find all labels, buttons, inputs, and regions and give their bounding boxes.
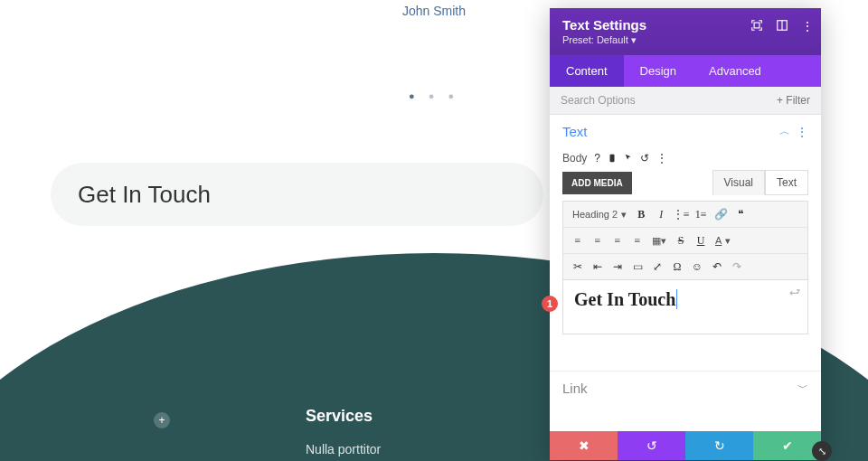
- panel-header: Text Settings Preset: Default ▾ ⋮: [550, 8, 821, 55]
- filter-button[interactable]: + Filter: [777, 94, 810, 107]
- add-media-button[interactable]: ADD MEDIA: [562, 172, 632, 194]
- indent-icon[interactable]: ⇥: [609, 258, 627, 276]
- cancel-button[interactable]: ✖: [550, 431, 618, 460]
- kebab-icon[interactable]: ⋮: [801, 19, 814, 33]
- italic-icon[interactable]: I: [652, 205, 670, 223]
- step-badge: 1: [542, 296, 558, 312]
- emoji-icon[interactable]: ☺: [688, 258, 706, 276]
- bold-icon[interactable]: B: [632, 205, 650, 223]
- panel-footer: ✖ ↺ ↻ ✔: [550, 431, 821, 460]
- align-justify-icon[interactable]: ≡: [628, 231, 646, 249]
- table-icon[interactable]: ▦▾: [648, 233, 670, 249]
- undo-icon[interactable]: ↶: [708, 258, 726, 276]
- quote-icon[interactable]: ❝: [731, 205, 750, 223]
- editor-tab-visual[interactable]: Visual: [712, 170, 765, 195]
- svg-rect-2: [610, 155, 615, 162]
- footer-services: Services Nulla porttitor Praesent sapien…: [306, 407, 438, 461]
- hr-icon[interactable]: ▭: [628, 258, 646, 276]
- underline-icon[interactable]: U: [692, 231, 710, 249]
- tab-content[interactable]: Content: [550, 55, 624, 87]
- undo-button[interactable]: ↺: [618, 431, 685, 460]
- body-label: Body: [562, 152, 587, 165]
- bullet-list-icon[interactable]: ⋮≡: [672, 205, 690, 223]
- save-button[interactable]: ✔: [753, 431, 821, 460]
- redo-icon[interactable]: ↷: [728, 258, 746, 276]
- hover-icon[interactable]: [624, 153, 633, 164]
- redo-button[interactable]: ↻: [685, 431, 753, 460]
- kebab-icon[interactable]: ⋮: [796, 125, 808, 139]
- footer-title: Services: [306, 407, 438, 426]
- footer-item[interactable]: Nulla porttitor: [306, 438, 438, 461]
- mobile-icon[interactable]: [608, 153, 617, 164]
- wrap-icon[interactable]: ⮐: [789, 286, 800, 299]
- chevron-up-icon: ︿: [779, 124, 790, 139]
- body-controls: Body ? ↺ ⋮: [550, 148, 821, 170]
- clear-format-icon[interactable]: ✂: [569, 258, 587, 276]
- search-bar: Search Options + Filter: [550, 87, 821, 115]
- format-select[interactable]: Heading 2 ▾: [569, 207, 630, 222]
- chevron-down-icon: ﹀: [797, 381, 808, 396]
- editor-content[interactable]: Get In Touch ⮐: [562, 280, 808, 334]
- editor: ADD MEDIA Visual Text Heading 2 ▾ B I ⋮≡…: [550, 170, 821, 343]
- expand-icon[interactable]: [750, 19, 763, 33]
- svg-rect-0: [754, 23, 760, 28]
- editor-toolbar: Heading 2 ▾ B I ⋮≡ 1≡ 🔗 ❝ ≡ ≡ ≡ ≡ ▦▾ S U…: [562, 201, 808, 280]
- editor-tab-text[interactable]: Text: [765, 170, 808, 195]
- help-icon[interactable]: ?: [594, 152, 600, 165]
- fullscreen-icon[interactable]: ⤢: [648, 258, 666, 276]
- add-module-button[interactable]: +: [154, 412, 170, 428]
- reset-icon[interactable]: ↺: [640, 152, 649, 165]
- tab-advanced[interactable]: Advanced: [693, 55, 778, 87]
- settings-panel: 1 Text Settings Preset: Default ▾ ⋮ Cont…: [550, 8, 821, 460]
- section-link[interactable]: Link ﹀: [550, 371, 821, 405]
- panel-tabs: Content Design Advanced: [550, 55, 821, 87]
- omega-icon[interactable]: Ω: [668, 258, 686, 276]
- resize-handle[interactable]: ⤡: [812, 441, 832, 461]
- align-left-icon[interactable]: ≡: [569, 231, 587, 249]
- align-right-icon[interactable]: ≡: [609, 231, 627, 249]
- text-color-icon[interactable]: A▾: [712, 233, 734, 249]
- number-list-icon[interactable]: 1≡: [692, 205, 710, 223]
- outdent-icon[interactable]: ⇤: [589, 258, 607, 276]
- preset-dropdown[interactable]: Preset: Default ▾: [562, 34, 808, 46]
- link-icon[interactable]: 🔗: [712, 205, 730, 223]
- kebab-icon[interactable]: ⋮: [656, 152, 667, 165]
- grid-icon[interactable]: [776, 19, 788, 33]
- heading-pill[interactable]: Get In Touch: [51, 163, 543, 226]
- search-input[interactable]: Search Options: [561, 94, 636, 107]
- section-text[interactable]: Text ︿ ⋮: [550, 115, 821, 148]
- strike-icon[interactable]: S: [672, 231, 690, 249]
- tab-design[interactable]: Design: [624, 55, 693, 87]
- align-center-icon[interactable]: ≡: [589, 231, 607, 249]
